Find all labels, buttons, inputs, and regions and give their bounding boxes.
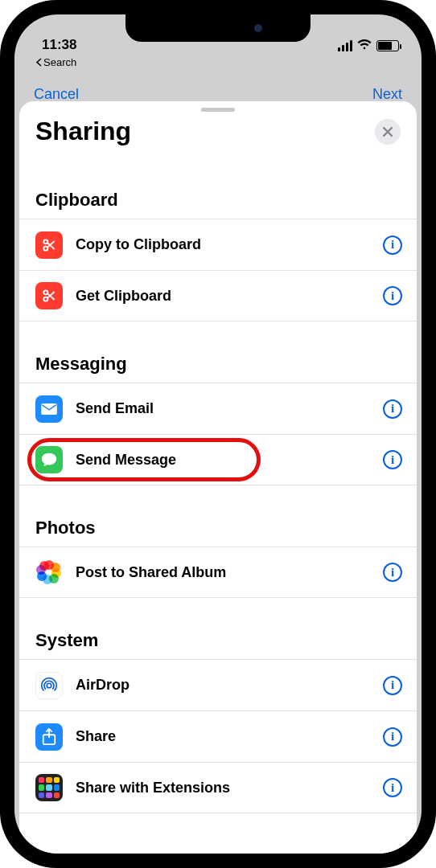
action-label: Send Email [76, 400, 383, 417]
mail-icon [35, 395, 63, 423]
breadcrumb-label: Search [43, 56, 76, 68]
screen: 11:38 Search Cancel Next Sharing [14, 14, 422, 854]
info-button[interactable]: i [383, 727, 402, 747]
section-header-clipboard: Clipboard [19, 161, 417, 219]
action-send-email[interactable]: Send Email i [19, 383, 417, 434]
info-button[interactable]: i [383, 778, 402, 797]
signal-icon [338, 40, 352, 51]
side-button [0, 161, 2, 193]
info-button[interactable]: i [383, 450, 402, 469]
sharing-sheet: Sharing Clipboard Copy to Clipboard i [19, 101, 417, 854]
action-label: Share [76, 728, 383, 745]
sheet-grabber[interactable] [201, 108, 235, 112]
svg-point-5 [47, 683, 51, 688]
volume-down-button [0, 289, 2, 346]
message-icon [35, 446, 63, 473]
battery-icon [376, 40, 399, 51]
action-share-extensions[interactable]: Share with Extensions i [19, 762, 417, 813]
scissors-icon [35, 282, 63, 309]
info-button[interactable]: i [383, 235, 402, 255]
section-header-messaging: Messaging [19, 321, 417, 383]
action-send-message[interactable]: Send Message i [19, 434, 417, 485]
action-get-clipboard[interactable]: Get Clipboard i [19, 270, 417, 321]
action-label: Share with Extensions [76, 780, 383, 796]
action-airdrop[interactable]: AirDrop i [19, 659, 417, 710]
nav-cancel[interactable]: Cancel [34, 86, 79, 103]
action-post-shared-album[interactable]: Post to Shared Album i [19, 547, 417, 598]
svg-rect-4 [41, 403, 57, 414]
breadcrumb-back[interactable]: Search [35, 56, 76, 68]
action-label: Get Clipboard [76, 288, 383, 305]
extensions-icon [35, 774, 63, 801]
nav-next[interactable]: Next [372, 86, 402, 103]
share-icon [35, 723, 63, 751]
photos-icon [35, 559, 63, 586]
info-button[interactable]: i [383, 563, 402, 582]
section-header-photos: Photos [19, 485, 417, 547]
info-button[interactable]: i [383, 286, 402, 305]
notch [125, 14, 311, 42]
action-label: Copy to Clipboard [76, 236, 383, 253]
action-copy-to-clipboard[interactable]: Copy to Clipboard i [19, 219, 417, 270]
sheet-title: Sharing [35, 117, 131, 146]
action-share[interactable]: Share i [19, 710, 417, 762]
info-button[interactable]: i [383, 676, 402, 695]
action-label: AirDrop [76, 677, 383, 694]
info-button[interactable]: i [383, 399, 402, 419]
phone-frame: 11:38 Search Cancel Next Sharing [0, 0, 436, 868]
action-label: Post to Shared Album [76, 564, 383, 581]
status-time: 11:38 [42, 37, 76, 53]
airdrop-icon [35, 672, 63, 699]
wifi-icon [357, 39, 372, 53]
scissors-icon [35, 231, 63, 259]
action-label: Send Message [76, 452, 383, 469]
volume-up-button [0, 217, 2, 273]
section-header-system: System [19, 598, 417, 659]
close-button[interactable] [375, 119, 401, 145]
